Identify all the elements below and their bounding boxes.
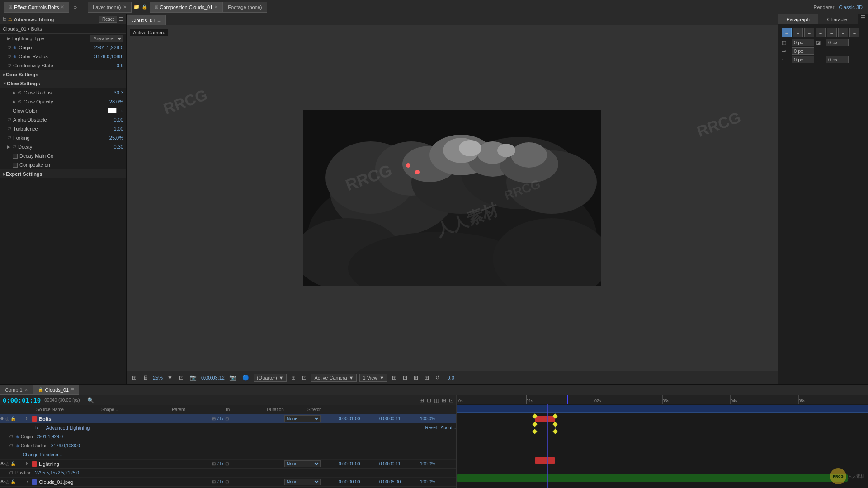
glow-color-swatch[interactable] (108, 108, 117, 113)
tab-close-icon[interactable]: ✕ (61, 5, 64, 9)
alpha-obstacle-stopwatch[interactable]: ⏱ (7, 117, 11, 122)
align-left-btn[interactable]: ≡ (782, 28, 792, 37)
solo-icon-7[interactable]: ◎ (5, 479, 9, 484)
lightning-type-collapse[interactable]: ▶ (7, 36, 10, 41)
justify-all-btn[interactable]: ≡ (849, 28, 859, 37)
outer-radius-sub-value[interactable]: 3176.0,1088.0 (51, 443, 80, 448)
pos6-stopwatch[interactable]: ⏱ (9, 470, 14, 475)
margin-left-input[interactable] (792, 39, 814, 46)
outer-radius-stopwatch[interactable]: ⏱ (7, 54, 11, 59)
glow-opacity-stopwatch[interactable]: ⏱ (18, 99, 22, 104)
composite-on-checkbox[interactable] (13, 163, 18, 168)
layer-5-row[interactable]: 👁 ◎ 🔒 5 Bolts ⊞ / fx ⊡ None 0:00:01:00 0… (0, 414, 456, 423)
right-panel-menu[interactable]: ☰ (858, 14, 868, 24)
core-settings-collapse[interactable]: ▶ (3, 72, 6, 77)
search-button[interactable]: 🔍 (87, 397, 94, 404)
clouds-sub-tab[interactable]: Clouds_01 ☰ (127, 15, 166, 25)
glow-radius-expand[interactable]: ▶ (13, 90, 16, 95)
region-btn[interactable]: ⊞ (130, 374, 138, 382)
eye-icon-7[interactable]: 👁 (0, 479, 5, 484)
view-count-dropdown[interactable]: 1 View ▼ (359, 374, 387, 382)
panel-menu-icon[interactable]: ☰ (119, 16, 123, 22)
align-right-btn[interactable]: ≡ (804, 28, 814, 37)
offset-value[interactable]: +0.0 (444, 375, 454, 380)
layer-7-parent-select[interactable]: None (284, 479, 321, 485)
turbulence-stopwatch[interactable]: ⏱ (7, 127, 11, 131)
or-kf-2[interactable] (553, 429, 558, 434)
paragraph-tab[interactable]: Paragraph (778, 14, 818, 24)
justify-center-btn[interactable]: ≡ (827, 28, 837, 37)
comp-tab-close[interactable]: ✕ (214, 5, 218, 9)
monitor-btn[interactable]: 🖥 (141, 374, 150, 382)
tl-icon-3[interactable]: ◫ (434, 397, 439, 404)
advanced-lightning-name[interactable]: Advanced Lightning (42, 425, 424, 431)
change-renderer-btn[interactable]: Change Renderer... (23, 452, 62, 457)
composition-tab[interactable]: ⊞ Composition Clouds_01 ✕ (150, 2, 223, 13)
turbulence-value[interactable]: 1.00 (114, 126, 123, 131)
forking-value[interactable]: 25.0% (109, 135, 123, 141)
zoom-arrow[interactable]: ▼ (165, 374, 175, 382)
or-kf-1[interactable] (532, 429, 537, 434)
fit-btn[interactable]: ⊡ (177, 374, 185, 382)
lightning-type-select[interactable]: Anywhere (90, 35, 123, 42)
solo-icon-5[interactable]: ◎ (5, 416, 9, 421)
outer-radius-value[interactable]: 3176.0,1088. (94, 54, 123, 59)
effect-controls-tab[interactable]: ⊞ Effect Controls Bolts ✕ (4, 2, 69, 13)
layer-5-bar[interactable] (535, 416, 556, 422)
align-center-btn[interactable]: ≡ (793, 28, 803, 37)
quality-dropdown[interactable]: (Quarter) ▼ (254, 374, 287, 382)
comp1-timeline-tab[interactable]: Comp 1 ✕ (0, 385, 33, 395)
eye-icon-6[interactable]: 👁 (0, 461, 5, 466)
zoom-value[interactable]: 25% (153, 375, 163, 380)
indent-input[interactable] (792, 47, 814, 55)
conductivity-stopwatch[interactable]: ⏱ (7, 63, 11, 68)
layer-6-row[interactable]: 👁 ◎ 🔒 6 Lightning ⊞ / fx ⊡ None 0:00:01:… (0, 460, 456, 469)
decay-stopwatch[interactable]: ⏱ (12, 145, 16, 149)
refresh-btn[interactable]: ↺ (434, 374, 442, 382)
glow-radius-stopwatch[interactable]: ⏱ (18, 90, 22, 95)
footage-tab[interactable]: Footage (none) (223, 2, 267, 13)
snap-btn[interactable]: ⊡ (401, 374, 409, 382)
al-reset-btn[interactable]: Reset (425, 425, 437, 430)
tl-icon-4[interactable]: ⊞ (442, 397, 446, 404)
space-after-input[interactable] (826, 56, 849, 63)
tl-icon-5[interactable]: ⊡ (449, 397, 453, 404)
al-about-btn[interactable]: About... (441, 425, 456, 430)
glow-opacity-value[interactable]: 28.0% (109, 99, 123, 104)
space-before-input[interactable] (792, 56, 814, 63)
composition-viewer[interactable]: RRCG 人人素材 RRCG (303, 110, 601, 286)
position-6-value[interactable]: 2795.5,1572.5,2125.0 (35, 470, 79, 475)
or-stopwatch-tl[interactable]: ⏱ (9, 443, 14, 448)
color-btn[interactable]: 🔵 (241, 374, 251, 382)
tl-icon-1[interactable]: ⊞ (420, 397, 424, 404)
origin-sub-value[interactable]: 2901.1,929.0 (37, 434, 63, 439)
timecode-display[interactable]: 0:00:03:12 (201, 375, 225, 380)
view-dropdown[interactable]: Active Camera ▼ (311, 374, 357, 382)
tl-icon-2[interactable]: ⊡ (427, 397, 431, 404)
expert-settings-collapse[interactable]: ▶ (3, 172, 6, 176)
justify-right-btn[interactable]: ≡ (838, 28, 848, 37)
solo-icon-6[interactable]: ◎ (5, 461, 9, 466)
clouds-sub-tab-close[interactable]: ☰ (157, 18, 161, 23)
panel-expand-icon[interactable]: » (71, 4, 80, 10)
layer-7-row[interactable]: 👁 ◎ 🔒 7 Clouds_01.jpeg ⊞ / fx ⊡ None 0:0… (0, 478, 456, 487)
conductivity-value[interactable]: 0.9 (117, 63, 123, 68)
character-tab[interactable]: Character (818, 14, 859, 24)
lock-icon-6[interactable]: 🔒 (10, 461, 16, 466)
toggle-btn[interactable]: ⊡ (300, 374, 308, 382)
layer-none-tab[interactable]: Layer (none) ✕ (88, 2, 131, 13)
layer-5-parent-select[interactable]: None (284, 415, 321, 422)
layer-5-name[interactable]: Bolts (37, 416, 212, 422)
layer-tab-close[interactable]: ✕ (123, 5, 127, 9)
grid-btn[interactable]: ⊞ (289, 374, 297, 382)
origin-value[interactable]: 2901.1,929.0 (94, 45, 123, 50)
layer-7-name[interactable]: Clouds_01.jpeg (37, 479, 212, 485)
3d-btn[interactable]: ⊞ (412, 374, 420, 382)
lock-icon-7[interactable]: 🔒 (10, 479, 16, 484)
layer-6-name[interactable]: Lightning (37, 461, 212, 467)
layer-7-bar[interactable] (457, 474, 848, 482)
eye-icon-5[interactable]: 👁 (0, 416, 5, 421)
origin-kf-2[interactable] (553, 422, 558, 427)
layer-6-parent-select[interactable]: None (284, 460, 321, 467)
decay-value[interactable]: 0.30 (114, 144, 123, 150)
